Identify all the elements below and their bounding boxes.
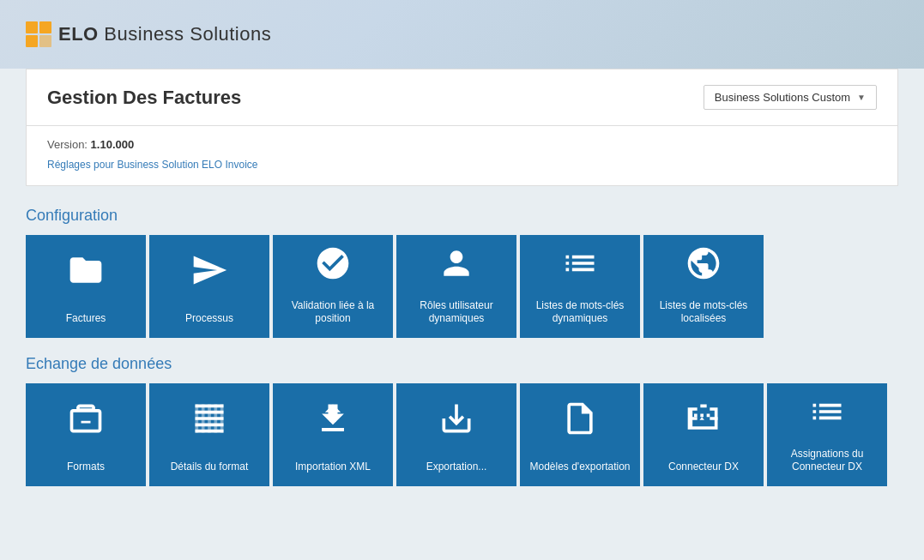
globe-icon xyxy=(685,235,722,292)
logo-cell-3 xyxy=(26,35,38,47)
info-box: Version: 1.10.000 Réglages pour Business… xyxy=(26,126,898,186)
tile-mots-cles[interactable]: Listes de mots-clés dynamiques xyxy=(520,235,640,338)
logo-grid-icon xyxy=(26,21,51,47)
tile-label: Importation XML xyxy=(288,461,377,474)
user-icon xyxy=(438,235,475,292)
solutions-dropdown[interactable]: Business Solutions Custom ▼ xyxy=(704,85,877,110)
logo-cell-2 xyxy=(39,21,51,33)
logo: ELO Business Solutions xyxy=(26,21,271,47)
tile-validation[interactable]: Validation liée à la position xyxy=(273,235,393,338)
tile-label: Assignations du Connecteur DX xyxy=(767,448,887,474)
tile-label: Listes de mots-clés localisées xyxy=(643,299,764,326)
configuration-tiles: Factures Processus Validation liée à la … xyxy=(26,235,898,338)
tile-label: Connecteur DX xyxy=(661,461,746,474)
send-icon xyxy=(190,235,228,305)
list-icon xyxy=(561,235,599,292)
tile-label: Listes de mots-clés dynamiques xyxy=(520,299,640,326)
settings-link[interactable]: Réglages pour Business Solution ELO Invo… xyxy=(47,159,257,171)
tile-import-xml[interactable]: Importation XML xyxy=(273,383,393,486)
tile-assignations[interactable]: Assignations du Connecteur DX xyxy=(767,383,887,486)
tile-roles[interactable]: Rôles utilisateur dynamiques xyxy=(396,235,516,338)
tile-processus[interactable]: Processus xyxy=(149,235,269,338)
main-content: Gestion Des Factures Business Solutions … xyxy=(0,69,924,512)
tile-label: Processus xyxy=(178,312,240,326)
assignations-icon xyxy=(808,383,846,441)
section-title-configuration: Configuration xyxy=(26,207,898,225)
folder-icon xyxy=(67,235,105,305)
tile-label: Validation liée à la position xyxy=(273,299,393,326)
logo-cell-4 xyxy=(39,35,51,47)
check-circle-icon xyxy=(314,235,352,292)
title-bar: Gestion Des Factures Business Solutions … xyxy=(26,69,898,126)
page-title: Gestion Des Factures xyxy=(47,87,241,109)
briefcase-icon xyxy=(67,383,105,454)
table-icon xyxy=(190,383,228,454)
tile-modeles[interactable]: Modèles d'exportation xyxy=(520,383,640,486)
dropdown-arrow-icon: ▼ xyxy=(857,93,866,102)
version-number: 1.10.000 xyxy=(91,138,135,151)
logo-text: ELO Business Solutions xyxy=(58,23,271,45)
tile-formats[interactable]: Formats xyxy=(26,383,146,486)
section-title-echange: Echange de données xyxy=(26,355,898,373)
tile-details-format[interactable]: Détails du format xyxy=(149,383,269,486)
tile-mots-cles-local[interactable]: Listes de mots-clés localisées xyxy=(643,235,764,338)
header: ELO Business Solutions xyxy=(0,0,924,69)
tile-label: Détails du format xyxy=(164,461,256,474)
export-icon xyxy=(438,383,475,454)
import-icon xyxy=(314,383,352,454)
tile-label: Modèles d'exportation xyxy=(522,461,637,474)
version-text: Version: 1.10.000 xyxy=(47,138,877,151)
tile-label: Factures xyxy=(59,312,113,326)
dropdown-label: Business Solutions Custom xyxy=(715,91,850,104)
tile-exportation[interactable]: Exportation... xyxy=(396,383,516,486)
document-icon xyxy=(561,383,599,454)
tile-label: Exportation... xyxy=(420,461,494,474)
tile-connecteur-dx[interactable]: Connecteur DX xyxy=(643,383,764,486)
logo-cell-1 xyxy=(26,21,38,33)
connecteur-icon xyxy=(685,383,722,454)
tile-label: Rôles utilisateur dynamiques xyxy=(396,299,516,326)
echange-tiles: Formats Détails du format Importation XM… xyxy=(26,383,898,486)
tile-label: Formats xyxy=(60,461,112,474)
tile-factures[interactable]: Factures xyxy=(26,235,146,338)
